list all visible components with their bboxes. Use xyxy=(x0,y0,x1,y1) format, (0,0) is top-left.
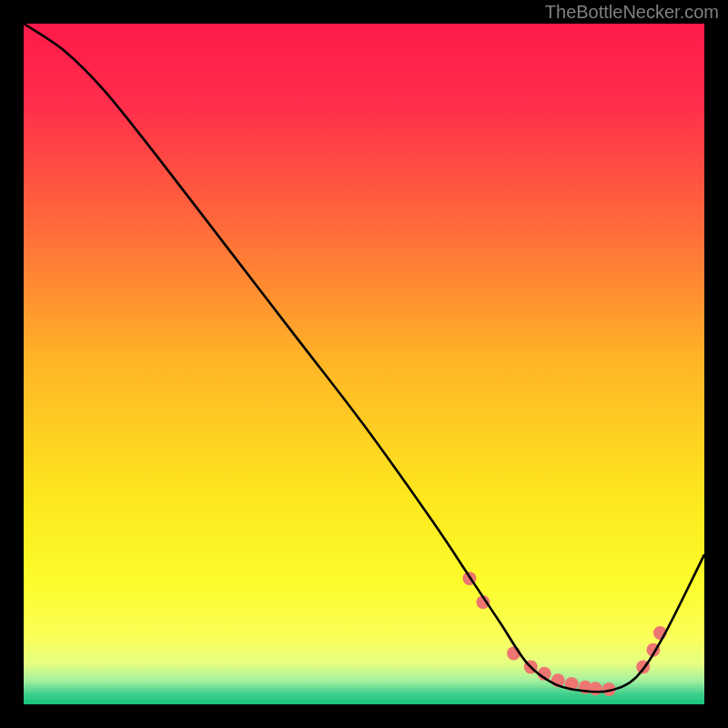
chart-svg xyxy=(24,24,704,704)
watermark-text: TheBottleNecker.com xyxy=(545,2,719,23)
chart-marker-dot xyxy=(589,682,602,695)
chart-background xyxy=(24,24,704,704)
chart-plot-area xyxy=(24,24,704,704)
